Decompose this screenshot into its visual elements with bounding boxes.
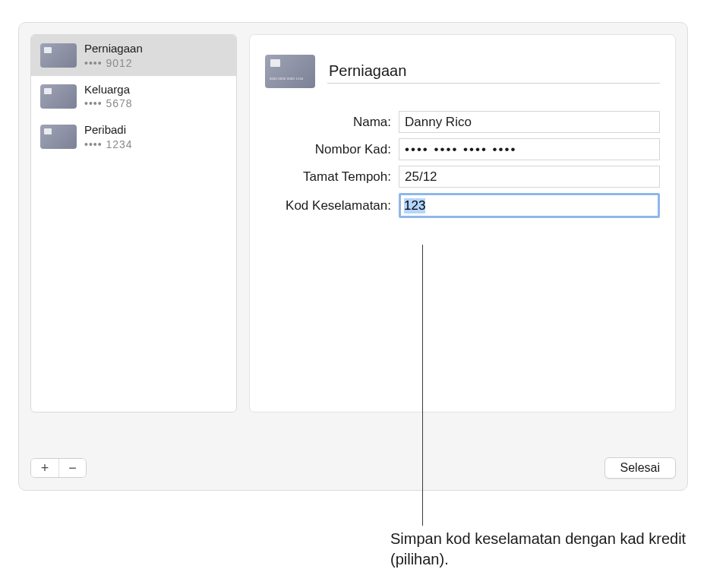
sidebar-item-title: Perniagaan [84,41,143,56]
label-name: Nama: [265,115,399,130]
row-security-code: Kod Keselamatan: 123 [265,193,660,218]
sidebar-item-text: Peribadi •••• 1234 [84,122,133,151]
input-card-number[interactable] [399,138,660,160]
bottom-bar: + − Selesai [30,457,676,479]
form-rows: Nama: Nombor Kad: Tamat Tempoh: Kod Kese… [265,111,660,223]
row-name: Nama: [265,111,660,133]
sidebar-item-lastfour: •••• 5678 [84,96,133,110]
credit-card-icon [40,125,77,149]
label-security-code: Kod Keselamatan: [265,198,399,213]
done-button[interactable]: Selesai [604,457,676,479]
add-button[interactable]: + [31,459,58,477]
sidebar-item-lastfour: •••• 1234 [84,138,133,151]
sidebar-item-lastfour: •••• 9012 [84,56,143,70]
input-name[interactable] [399,111,660,133]
sidebar-item-keluarga[interactable]: Keluarga •••• 5678 [31,76,236,117]
sidebar-item-title: Keluarga [84,82,133,97]
callout-leader [422,245,423,526]
label-expiry: Tamat Tempoh: [265,169,399,185]
sidebar-item-peribadi[interactable]: Peribadi •••• 1234 [31,116,236,157]
sidebar-item-text: Perniagaan •••• 9012 [84,41,143,70]
main-area: Perniagaan •••• 9012 Keluarga •••• 5678 … [30,34,676,448]
sidebar-item-perniagaan[interactable]: Perniagaan •••• 9012 [31,35,236,76]
security-code-value: 123 [404,198,425,213]
credit-card-icon [265,55,315,88]
autofill-cards-window: Perniagaan •••• 9012 Keluarga •••• 5678 … [18,22,688,491]
input-expiry[interactable] [399,166,660,188]
card-list: Perniagaan •••• 9012 Keluarga •••• 5678 … [30,34,237,413]
card-title-input[interactable] [327,59,660,84]
add-remove-group: + − [30,458,87,478]
row-card-number: Nombor Kad: [265,138,660,160]
label-card-number: Nombor Kad: [265,142,399,157]
card-detail-panel: Nama: Nombor Kad: Tamat Tempoh: Kod Kese… [249,34,676,413]
remove-button[interactable]: − [58,459,86,477]
detail-header [265,55,660,88]
row-expiry: Tamat Tempoh: [265,166,660,188]
credit-card-icon [40,84,77,109]
credit-card-icon [40,43,77,68]
input-security-code[interactable]: 123 [399,193,660,218]
callout-text: Simpan kod keselamatan dengan kad kredit… [390,529,694,570]
sidebar-item-title: Peribadi [84,122,133,138]
sidebar-item-text: Keluarga •••• 5678 [84,82,133,111]
